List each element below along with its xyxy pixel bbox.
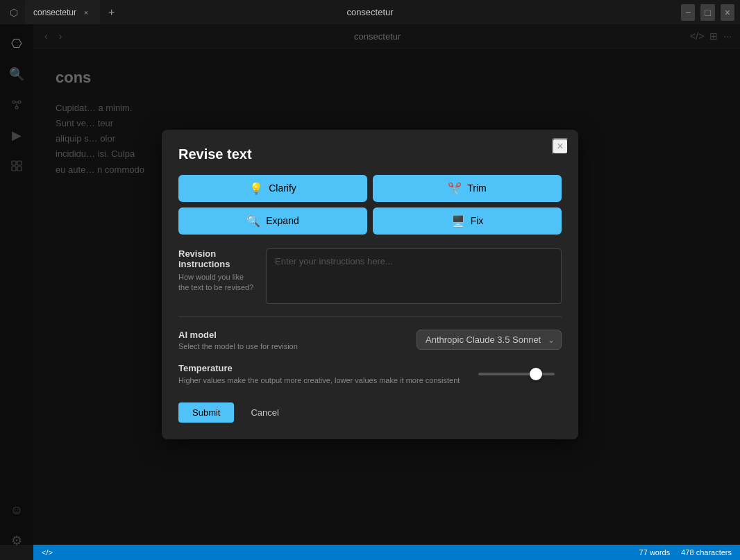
- temperature-slider-wrapper: [478, 373, 562, 375]
- expand-button[interactable]: 🔍 Expand: [178, 207, 367, 235]
- status-bar: </> 77 words 478 characters: [33, 545, 740, 560]
- fix-icon: 🖥️: [451, 214, 465, 228]
- temperature-label-group: Temperature Higher values make the outpu…: [178, 363, 467, 386]
- char-count-label: 478 characters: [681, 548, 732, 557]
- temperature-section: Temperature Higher values make the outpu…: [178, 363, 562, 386]
- tab-close-button[interactable]: ×: [81, 7, 92, 18]
- trim-icon: ✂️: [448, 182, 462, 195]
- revision-instructions-input[interactable]: [266, 248, 562, 304]
- active-tab[interactable]: consectetur ×: [25, 0, 100, 24]
- expand-icon: 🔍: [246, 214, 260, 228]
- add-tab-button[interactable]: +: [103, 3, 120, 22]
- modal-footer: Submit Cancel: [178, 402, 562, 423]
- fix-button[interactable]: 🖥️ Fix: [373, 207, 562, 235]
- ai-model-section: AI model Select the model to use for rev…: [178, 330, 562, 350]
- quick-actions-grid: 💡 Clarify ✂️ Trim 🔍 Expand 🖥️ Fix: [178, 175, 562, 235]
- minimize-button[interactable]: −: [681, 4, 695, 21]
- titlebar-left: ⬡ consectetur × +: [6, 0, 120, 24]
- status-bar-left: </>: [42, 548, 53, 557]
- maximize-button[interactable]: □: [700, 4, 714, 21]
- clarify-button[interactable]: 💡 Clarify: [178, 175, 367, 202]
- close-window-button[interactable]: ×: [721, 4, 734, 21]
- ai-model-select-wrapper: Anthropic Claude 3.5 Sonnet Anthropic Cl…: [417, 330, 562, 350]
- temperature-slider[interactable]: [478, 373, 555, 375]
- modal-title: Revise text: [178, 146, 562, 162]
- ai-model-description: Select the model to use for revision: [178, 342, 298, 350]
- ai-model-select[interactable]: Anthropic Claude 3.5 Sonnet Anthropic Cl…: [417, 330, 562, 350]
- modal-overlay: × Revise text 💡 Clarify ✂️ Trim 🔍 Expand…: [0, 24, 740, 545]
- titlebar: ⬡ consectetur × + consectetur − □ ×: [0, 0, 740, 24]
- modal-divider-1: [178, 316, 562, 317]
- code-status-icon[interactable]: </>: [42, 548, 53, 557]
- clarify-icon: 💡: [249, 182, 263, 195]
- submit-button[interactable]: Submit: [178, 402, 234, 423]
- ai-model-label-group: AI model Select the model to use for rev…: [178, 330, 298, 350]
- revise-text-modal: × Revise text 💡 Clarify ✂️ Trim 🔍 Expand…: [162, 130, 578, 439]
- temperature-description: Higher values make the output more creat…: [178, 375, 467, 386]
- trim-label: Trim: [467, 183, 486, 194]
- ai-model-title: AI model: [178, 330, 298, 340]
- clarify-label: Clarify: [269, 183, 296, 194]
- revision-label-title: Revision instructions: [178, 248, 255, 269]
- fix-label: Fix: [471, 215, 484, 226]
- revision-label-desc: How would you like the text to be revise…: [178, 272, 255, 294]
- modal-close-button[interactable]: ×: [552, 138, 569, 155]
- sidebar-toggle-icon[interactable]: ⬡: [6, 4, 22, 21]
- tab-title: consectetur: [33, 8, 76, 17]
- expand-label: Expand: [266, 215, 298, 226]
- revision-label-group: Revision instructions How would you like…: [178, 248, 255, 304]
- temperature-title: Temperature: [178, 363, 467, 373]
- trim-button[interactable]: ✂️ Trim: [373, 175, 562, 202]
- titlebar-window-controls: − □ ×: [681, 4, 734, 21]
- cancel-button[interactable]: Cancel: [239, 402, 289, 423]
- titlebar-center-title: consectetur: [346, 7, 393, 17]
- revision-instructions-section: Revision instructions How would you like…: [178, 248, 562, 304]
- word-count-label: 77 words: [639, 548, 671, 557]
